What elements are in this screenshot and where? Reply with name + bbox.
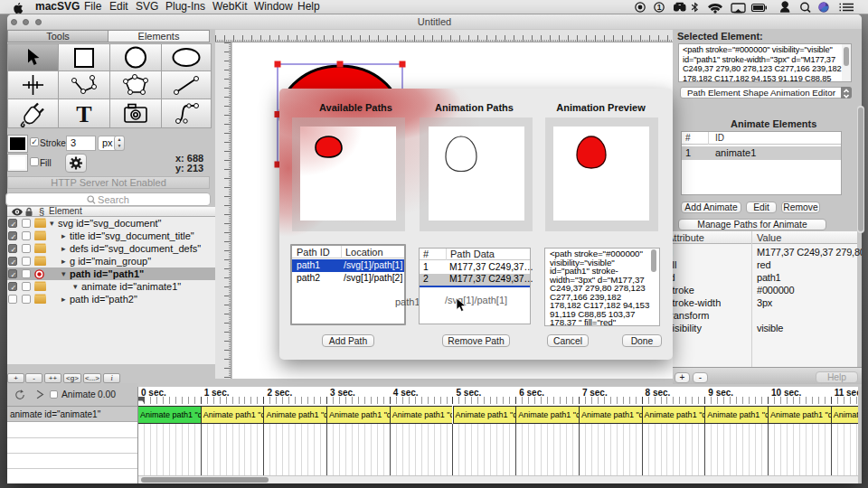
svg-text:1: 1 [657,3,662,12]
svg-text:T: T [76,101,91,127]
